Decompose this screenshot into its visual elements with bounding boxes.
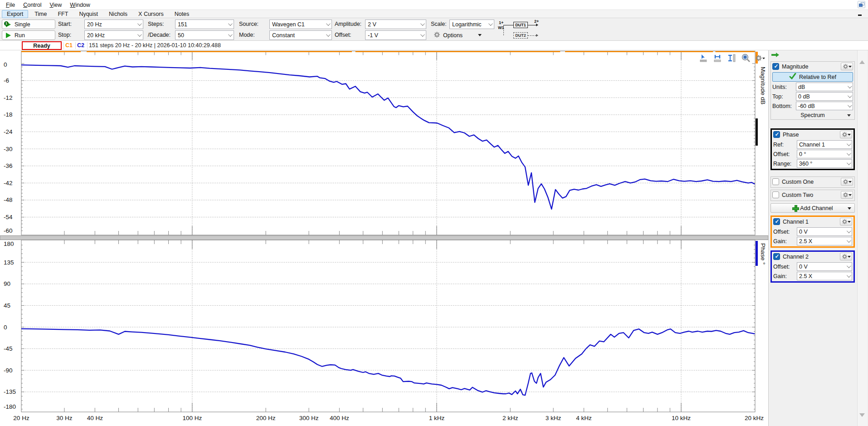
- top-select[interactable]: 0 dB: [796, 92, 853, 101]
- field-label: Scale:: [431, 21, 447, 27]
- svg-text:20 kHz: 20 kHz: [745, 415, 764, 421]
- green-check-icon: [789, 73, 796, 81]
- channel2-checkbox[interactable]: [773, 253, 780, 260]
- phase-title: Phase: [783, 132, 837, 138]
- ref-select[interactable]: Channel 1: [797, 140, 852, 149]
- offset-select[interactable]: -1 V: [365, 30, 426, 40]
- svg-text:30 Hz: 30 Hz: [56, 415, 73, 421]
- pop-out-arrow-icon[interactable]: [771, 52, 779, 59]
- ch2-gain-select[interactable]: 2.5 X: [797, 272, 852, 280]
- field-label: Source:: [239, 21, 258, 27]
- ref-label: Ref:: [773, 142, 797, 148]
- tab-time[interactable]: Time: [30, 10, 51, 18]
- scroll-up-icon[interactable]: [859, 60, 865, 64]
- units-select[interactable]: dB: [796, 83, 853, 91]
- scale-select[interactable]: Logarithmic: [449, 20, 494, 29]
- svg-text:10 kHz: 10 kHz: [672, 415, 691, 421]
- bottom-select[interactable]: -60 dB: [796, 102, 853, 110]
- svg-text:40 Hz: 40 Hz: [87, 415, 103, 421]
- steps-select[interactable]: 151: [175, 20, 234, 29]
- magnitude-title: Magnitude: [782, 64, 838, 70]
- svg-text:-12: -12: [4, 94, 13, 101]
- dut1-box: DUT1: [513, 22, 528, 28]
- range-label: Range:: [773, 161, 797, 167]
- channel-settings-panel: Magnitude Relative to Ref Units: dB Top:…: [768, 50, 868, 426]
- vertical-cursors-icon[interactable]: [727, 53, 737, 64]
- channel2-title: Channel 2: [783, 254, 837, 260]
- units-label: Units:: [772, 84, 796, 90]
- bode-plot-area[interactable]: 0-6-12-18-24-30-36-42-48-54-601801359045…: [0, 50, 768, 426]
- amplitude-select[interactable]: 2 V: [365, 20, 426, 29]
- run-button[interactable]: Run: [2, 30, 55, 40]
- menu-control[interactable]: Control: [19, 1, 45, 9]
- minimize-strip-icon[interactable]: [858, 15, 862, 16]
- panel-scrollbar[interactable]: [857, 50, 867, 426]
- tab-export[interactable]: Export: [2, 10, 28, 18]
- zoom-icon[interactable]: [741, 53, 751, 64]
- custom-one-card: Custom One: [770, 176, 855, 188]
- mode-select[interactable]: Constant: [269, 30, 332, 40]
- ch1-offset-select[interactable]: 0 V: [797, 227, 852, 236]
- scroll-down-icon[interactable]: [859, 413, 865, 417]
- menu-window[interactable]: Window: [66, 1, 94, 9]
- svg-text:-90: -90: [4, 367, 13, 374]
- stop-select[interactable]: 20 kHz: [84, 30, 143, 40]
- menu-view[interactable]: View: [45, 1, 66, 9]
- dut-2plus-label: 2+: [534, 19, 539, 24]
- menu-bar: FileControlViewWindow: [0, 0, 868, 10]
- single-badge: 1: [4, 21, 9, 26]
- magnitude-checkbox[interactable]: [772, 63, 779, 70]
- channel1-status-label[interactable]: C1: [65, 42, 73, 49]
- plot-settings-gear-icon[interactable]: [755, 53, 766, 64]
- custom-two-card: Custom Two: [770, 190, 855, 201]
- add-channel-button[interactable]: Add Channel: [770, 203, 855, 213]
- relative-to-ref-button[interactable]: Relative to Ref: [772, 72, 853, 82]
- magnitude-gear-icon[interactable]: [841, 63, 853, 70]
- source-select[interactable]: Wavegen C1: [269, 20, 332, 29]
- magnitude-card: Magnitude Relative to Ref Units: dB Top:…: [770, 61, 855, 120]
- gear-icon: [434, 31, 440, 39]
- phase-gear-icon[interactable]: [840, 131, 852, 138]
- status-bar: Ready C1 C2 151 steps 20 Hz - 20 kHz | 2…: [0, 41, 868, 50]
- custom-two-gear-icon[interactable]: [841, 191, 853, 199]
- field-label: /Decade:: [148, 32, 171, 38]
- svg-text:135: 135: [4, 259, 14, 266]
- measure-cursor-icon[interactable]: [698, 53, 709, 64]
- svg-text:-30: -30: [4, 146, 13, 152]
- tab-fft[interactable]: FFT: [53, 10, 73, 18]
- svg-text:1 kHz: 1 kHz: [429, 415, 445, 421]
- phase-offset-select[interactable]: 0 °: [797, 150, 852, 158]
- tab-x-cursors[interactable]: X Cursors: [134, 10, 168, 18]
- channel2-gear-icon[interactable]: [840, 253, 852, 260]
- field-label: Steps:: [148, 21, 164, 27]
- phase-checkbox[interactable]: [773, 131, 780, 138]
- top-label: Top:: [772, 93, 796, 100]
- ch1-gain-select[interactable]: 2.5 X: [797, 237, 852, 245]
- svg-text:180: 180: [4, 240, 14, 247]
- dut-1plus-label: 1+: [499, 20, 503, 25]
- start-select[interactable]: 20 Hz: [84, 20, 143, 29]
- tab-nyquist[interactable]: Nyquist: [74, 10, 102, 18]
- range-select[interactable]: 360 °: [797, 159, 852, 168]
- tab-notes[interactable]: Notes: [170, 10, 194, 18]
- custom-one-gear-icon[interactable]: [841, 178, 853, 186]
- decade-select[interactable]: 50: [175, 30, 234, 40]
- tab-nichols[interactable]: Nichols: [104, 10, 132, 18]
- custom-two-title: Custom Two: [782, 192, 838, 198]
- spectrum-dropdown[interactable]: Spectrum: [771, 111, 854, 119]
- svg-text:300 Hz: 300 Hz: [299, 415, 319, 421]
- restore-window-icon[interactable]: [858, 1, 865, 8]
- single-button[interactable]: 1 Single: [2, 20, 55, 29]
- options-button[interactable]: Options: [431, 30, 494, 40]
- phase-offset-label: Offset:: [773, 151, 797, 157]
- channel1-gear-icon[interactable]: [840, 218, 852, 225]
- custom-one-checkbox[interactable]: [772, 178, 779, 185]
- horizontal-cursors-icon[interactable]: [712, 53, 723, 64]
- menu-file[interactable]: File: [2, 1, 19, 9]
- channel1-checkbox[interactable]: [773, 218, 780, 225]
- field-label: Mode:: [239, 32, 255, 38]
- svg-text:-48: -48: [4, 196, 13, 203]
- channel2-status-label[interactable]: C2: [77, 42, 84, 49]
- ch2-offset-select[interactable]: 0 V: [797, 262, 852, 271]
- custom-two-checkbox[interactable]: [772, 191, 779, 198]
